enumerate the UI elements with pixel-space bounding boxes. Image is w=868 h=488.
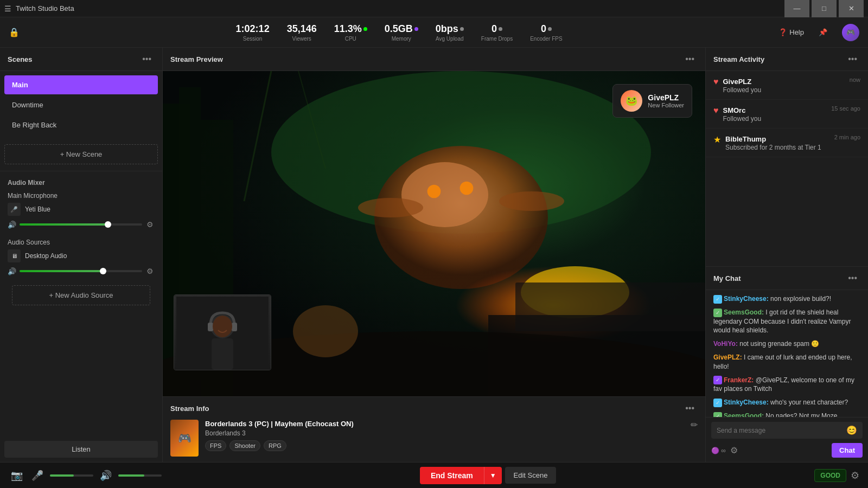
chat-username: VoHiYo:	[713, 340, 738, 348]
webcam-person	[174, 295, 271, 370]
desktop-settings-button[interactable]: ⚙	[145, 266, 155, 277]
activity-user: SMOrc	[723, 106, 746, 114]
speaker-button[interactable]: 🔊	[98, 467, 114, 484]
minimize-button[interactable]: —	[784, 0, 809, 17]
stream-preview-menu-button[interactable]: •••	[682, 53, 698, 65]
end-stream-button[interactable]: End Stream	[420, 467, 484, 484]
activity-title: Stream Activity	[713, 55, 845, 63]
chat-input-container: 😊	[711, 422, 863, 439]
new-scene-button[interactable]: + New Scene	[4, 144, 158, 164]
stat-label: Memory	[392, 36, 411, 42]
chat-username: SeemsGood:	[724, 309, 764, 316]
lock-icon: 🔒	[9, 27, 20, 37]
microphone-button[interactable]: 🎤	[29, 467, 46, 484]
stat-value: 0.5GB	[385, 23, 418, 35]
stat-label: Viewers	[292, 36, 311, 42]
pin-button[interactable]: 📌	[810, 24, 835, 41]
speaker-slider[interactable]	[118, 474, 162, 477]
camera-button[interactable]: 📷	[9, 467, 25, 484]
stat-item: 11.3% CPU	[334, 23, 367, 42]
chat-settings-button[interactable]: ⚙	[730, 445, 738, 455]
stat-item: 1:02:12 Session	[236, 23, 270, 42]
mic-device-name: Yeti Blue	[25, 206, 50, 213]
audio-sources-label: Audio Sources	[8, 239, 155, 246]
chat-badge: ✓	[713, 295, 722, 304]
chat-menu-button[interactable]: •••	[845, 272, 860, 284]
stream-preview-area: 🐸 GivePLZ New Follower	[163, 71, 705, 396]
chat-message: ✓StinkyCheese: non explosive build?!	[713, 294, 860, 304]
emoji-button[interactable]: 😊	[846, 425, 857, 435]
main-microphone-channel: Main Microphone 🎤 Yeti Blue 🔊 ⚙	[8, 192, 155, 230]
stream-preview-header: Stream Preview •••	[163, 48, 705, 71]
close-button[interactable]: ✕	[839, 0, 864, 17]
end-stream-group: End Stream ▼	[420, 467, 502, 484]
activity-icon: ♥	[713, 77, 719, 87]
chat-bottom-row: 🟣 ∞ ⚙ Chat	[711, 443, 863, 458]
listen-button[interactable]: Listen	[4, 441, 158, 458]
stat-value: 0bps	[436, 23, 464, 35]
hamburger-icon[interactable]: ☰	[4, 4, 11, 13]
window-controls: — □ ✕	[784, 0, 864, 17]
chat-text: who's your next character?	[770, 399, 848, 406]
chat-username: GivePLZ:	[713, 354, 742, 361]
main-microphone-label: Main Microphone	[8, 192, 155, 200]
help-button[interactable]: ❓ Help	[778, 28, 804, 36]
divider	[0, 171, 162, 171]
stat-value: 0	[541, 23, 552, 35]
mic-slider[interactable]	[20, 223, 142, 226]
activity-menu-button[interactable]: •••	[845, 53, 860, 65]
end-stream-dropdown-button[interactable]: ▼	[484, 467, 502, 484]
scene-item[interactable]: Main	[4, 75, 158, 94]
activity-icon: ★	[713, 134, 721, 145]
stat-label: Session	[243, 36, 263, 42]
chat-message: ✓FrankerZ: @GivePLZ, welcome to one of m…	[713, 376, 860, 394]
activity-icon: ♥	[713, 106, 719, 115]
stream-tag: RPG	[264, 440, 286, 451]
mic-bottom-slider[interactable]	[50, 474, 93, 477]
chat-badge: ✓	[713, 412, 722, 417]
scene-item[interactable]: Be Right Back	[4, 115, 158, 134]
settings-button[interactable]: ⚙	[851, 470, 859, 481]
stat-label: CPU	[345, 36, 356, 42]
follower-notification: 🐸 GivePLZ New Follower	[612, 84, 692, 118]
desktop-audio-channel: 🖥 Desktop Audio 🔊 ⚙	[8, 249, 155, 277]
stream-info-panel: Stream Info ••• 🎮 Borderlands 3 (PC) | M…	[163, 396, 705, 462]
edit-scene-button[interactable]: Edit Scene	[505, 467, 557, 484]
game-preview: 🐸 GivePLZ New Follower	[163, 71, 705, 396]
stream-game-name: Borderlands 3	[205, 429, 684, 437]
stat-value: 1:02:12	[236, 23, 270, 35]
stream-preview-title: Stream Preview	[170, 55, 682, 63]
activity-item: ♥ SMOrc Followed you 15 sec ago	[706, 100, 868, 129]
mic-settings-button[interactable]: ⚙	[145, 219, 155, 230]
chat-send-button[interactable]: Chat	[832, 443, 863, 458]
desktop-slider[interactable]	[20, 270, 142, 272]
activity-desc: Subscribed for 2 months at Tier 1	[725, 144, 830, 151]
desktop-controls: 🔊 ⚙	[8, 266, 155, 277]
activity-content: SMOrc Followed you	[723, 105, 827, 123]
help-icon: ❓	[778, 28, 787, 36]
chat-badge: ✓	[713, 309, 722, 317]
activity-desc: Followed you	[723, 115, 827, 123]
scene-item[interactable]: Downtime	[4, 95, 158, 114]
stat-dot-gray	[460, 27, 464, 31]
chat-username: FrankerZ:	[724, 376, 754, 384]
mic-volume-icon: 🔊	[8, 221, 16, 229]
stream-info-title: Stream Info	[170, 404, 682, 413]
chat-badge: ✓	[713, 376, 722, 384]
chat-username: StinkyCheese:	[724, 295, 769, 303]
chat-message: VoHiYo: not using grenade spam 🙂	[713, 339, 860, 349]
new-audio-source-button[interactable]: + New Audio Source	[12, 285, 150, 305]
activity-item: ★ BibleThump Subscribed for 2 months at …	[706, 129, 868, 157]
stat-dot-gray	[499, 27, 502, 31]
stream-info-menu-button[interactable]: •••	[682, 402, 698, 414]
svg-rect-25	[212, 338, 233, 370]
stream-info-edit-button[interactable]: ✏	[691, 420, 698, 430]
center-panel: Stream Preview •••	[163, 48, 705, 462]
app-title: Twitch Studio Beta	[16, 4, 780, 12]
main-layout: Scenes ••• MainDowntimeBe Right Back + N…	[0, 48, 868, 462]
chat-text: No nades? Not my Moze.	[765, 412, 839, 417]
scenes-menu-button[interactable]: •••	[139, 53, 155, 65]
chat-input[interactable]	[717, 427, 843, 434]
maximize-button[interactable]: □	[812, 0, 837, 17]
desktop-icon: 🖥	[8, 249, 21, 262]
